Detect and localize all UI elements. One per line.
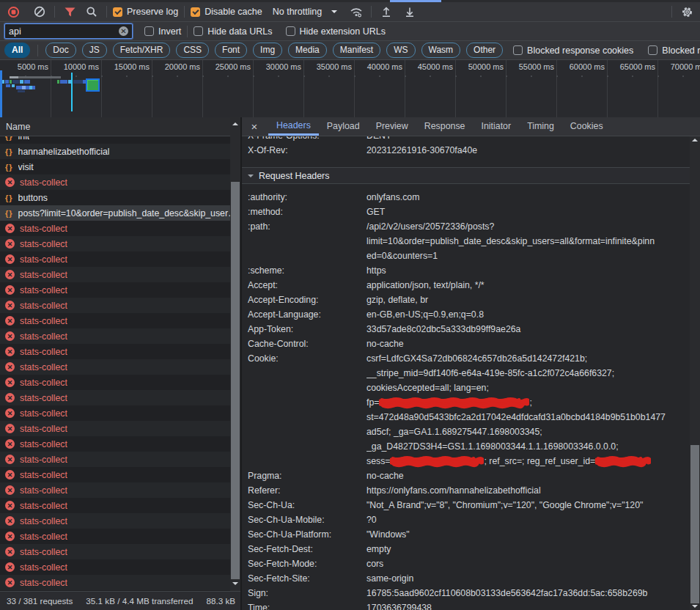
scrollbar-thumb[interactable] — [231, 182, 240, 579]
tab-response[interactable]: Response — [416, 117, 474, 136]
request-row[interactable]: {}hannahelizabethofficial — [0, 144, 240, 159]
filter-pill-ws[interactable]: WS — [386, 43, 415, 58]
request-row[interactable]: ✕stats-collect — [0, 421, 240, 436]
request-row[interactable]: ✕stats-collect — [0, 405, 240, 421]
waterfall-bar — [12, 84, 15, 87]
settings-button[interactable] — [678, 4, 696, 20]
header-row: Sec-Ch-Ua-Platform:"Windows" — [242, 527, 690, 542]
request-row[interactable]: ✕stats-collect — [0, 513, 240, 529]
clear-filter-icon[interactable]: ✕ — [119, 26, 128, 36]
request-row[interactable]: ✕stats-collect — [0, 467, 240, 482]
filter-pill-manifest[interactable]: Manifest — [333, 43, 380, 58]
request-row[interactable]: ✕stats-collect — [0, 174, 240, 190]
header-value-line: ed=0&counters=1 — [366, 249, 690, 263]
close-icon[interactable]: × — [245, 120, 264, 133]
clear-button[interactable] — [31, 4, 48, 20]
filter-pill-media[interactable]: Media — [288, 43, 327, 58]
filter-pill-doc[interactable]: Doc — [45, 43, 75, 58]
disable-cache-checkbox[interactable]: Disable cache — [191, 7, 262, 17]
request-name: visit — [18, 162, 34, 172]
throttling-dropdown[interactable]: No throttling — [273, 7, 337, 17]
blocked-requests-checkbox[interactable]: Blocked requests — [648, 45, 700, 56]
request-row[interactable]: ✕stats-collect — [0, 251, 240, 267]
scroll-down-arrow[interactable] — [692, 605, 698, 608]
request-row[interactable]: ✕stats-collect — [0, 359, 240, 375]
request-row[interactable]: ✕stats-collect — [0, 559, 240, 575]
filter-pill-img[interactable]: Img — [253, 43, 282, 58]
filter-pill-js[interactable]: JS — [82, 43, 107, 58]
tick-dot — [682, 76, 684, 77]
import-har-button[interactable] — [377, 4, 395, 20]
header-value-line: en-GB,en-US;q=0.9,en;q=0.8 — [366, 307, 690, 322]
cookie-text: ; — [529, 397, 531, 408]
request-name: stats-collect — [20, 301, 67, 311]
request-row[interactable]: ✕stats-collect — [0, 344, 240, 359]
divider — [37, 45, 38, 56]
request-row[interactable]: {}buttons — [0, 190, 240, 205]
network-conditions-button[interactable] — [347, 4, 365, 20]
cookie-line: cookiesAccepted=all; lang=en; — [366, 381, 690, 395]
request-row[interactable]: ✕stats-collect — [0, 236, 240, 251]
tick-dot — [253, 76, 254, 77]
request-row[interactable]: {}posts?limit=10&order=publish_date_desc… — [0, 205, 240, 221]
tab-payload[interactable]: Payload — [319, 117, 368, 136]
hide-data-urls-checkbox[interactable]: Hide data URLs — [194, 26, 272, 37]
invert-checkbox[interactable]: Invert — [144, 26, 181, 37]
hide-extension-urls-checkbox[interactable]: Hide extension URLs — [286, 26, 386, 37]
tick-dot — [581, 76, 583, 77]
request-row[interactable]: ✕stats-collect — [0, 544, 240, 559]
request-row[interactable]: ✕stats-collect — [0, 390, 240, 405]
tab-cookies[interactable]: Cookies — [562, 117, 611, 136]
request-row[interactable]: ✕stats-collect — [0, 298, 240, 313]
request-name: hannahelizabethofficial — [18, 147, 110, 157]
filter-pill-font[interactable]: Font — [215, 43, 247, 58]
request-row[interactable]: ✕stats-collect — [0, 452, 240, 467]
scroll-down-arrow[interactable] — [232, 582, 238, 585]
header-row: Accept-Language:en-GB,en-US;q=0.9,en;q=0… — [242, 307, 690, 322]
scroll-up-arrow[interactable] — [692, 139, 698, 142]
export-har-button[interactable] — [401, 4, 419, 20]
tab-preview[interactable]: Preview — [368, 117, 416, 136]
request-row[interactable]: ✕stats-collect — [0, 498, 240, 513]
scrollbar-thumb[interactable] — [690, 445, 699, 603]
network-overview-timeline[interactable]: 5000 ms10000 ms15000 ms20000 ms25000 ms3… — [0, 60, 700, 118]
request-row[interactable]: ✕stats-collect — [0, 375, 240, 390]
error-icon: ✕ — [5, 532, 15, 541]
overview-drag-handle[interactable] — [0, 70, 2, 117]
filter-pill-all[interactable]: All — [4, 43, 30, 58]
request-row[interactable]: ✕stats-collect — [0, 482, 240, 498]
header-row: Accept:application/json, text/plain, */* — [242, 278, 690, 293]
filter-input[interactable] — [4, 23, 133, 39]
request-row[interactable]: ✕stats-collect — [0, 313, 240, 328]
request-row[interactable]: ✕stats-collect — [0, 328, 240, 344]
filter-pill-wasm[interactable]: Wasm — [421, 43, 461, 58]
request-row[interactable]: {}visit — [0, 159, 240, 174]
request-row[interactable]: ✕stats-collect — [0, 267, 240, 282]
request-row[interactable]: ✕stats-collect — [0, 575, 240, 590]
request-row[interactable]: ✕stats-collect — [0, 282, 240, 298]
blocked-response-cookies-checkbox[interactable]: Blocked response cookies — [513, 45, 633, 56]
tab-initiator[interactable]: Initiator — [474, 117, 520, 136]
waterfall-bar — [24, 80, 30, 84]
request-row[interactable]: ✕stats-collect — [0, 221, 240, 236]
request-list-scrollbar[interactable] — [230, 117, 240, 591]
record-button[interactable] — [4, 4, 22, 20]
header-value-line: 16785:5aad9602cf110608b03133de563642fac1… — [366, 586, 690, 600]
tab-headers[interactable]: Headers — [268, 117, 319, 136]
search-button[interactable] — [83, 4, 100, 20]
scroll-up-arrow[interactable] — [232, 122, 238, 125]
preserve-log-checkbox[interactable]: Preserve log — [113, 7, 178, 17]
tick-label: 15000 ms — [101, 62, 150, 71]
filter-pill-fetch-xhr[interactable]: Fetch/XHR — [113, 43, 171, 58]
name-column-header[interactable]: Name — [0, 117, 240, 136]
filter-pill-other[interactable]: Other — [466, 43, 503, 58]
request-headers-section-header[interactable]: Request Headers — [242, 167, 690, 184]
tab-timing[interactable]: Timing — [519, 117, 562, 136]
request-row[interactable]: ✕stats-collect — [0, 529, 240, 544]
request-row[interactable]: ✕stats-collect — [0, 436, 240, 452]
detail-panel-scrollbar[interactable] — [690, 136, 700, 610]
tick-dot — [455, 76, 457, 77]
filter-toggle-button[interactable] — [61, 4, 78, 20]
request-row[interactable]: {}init — [0, 136, 240, 144]
filter-pill-css[interactable]: CSS — [176, 43, 209, 58]
